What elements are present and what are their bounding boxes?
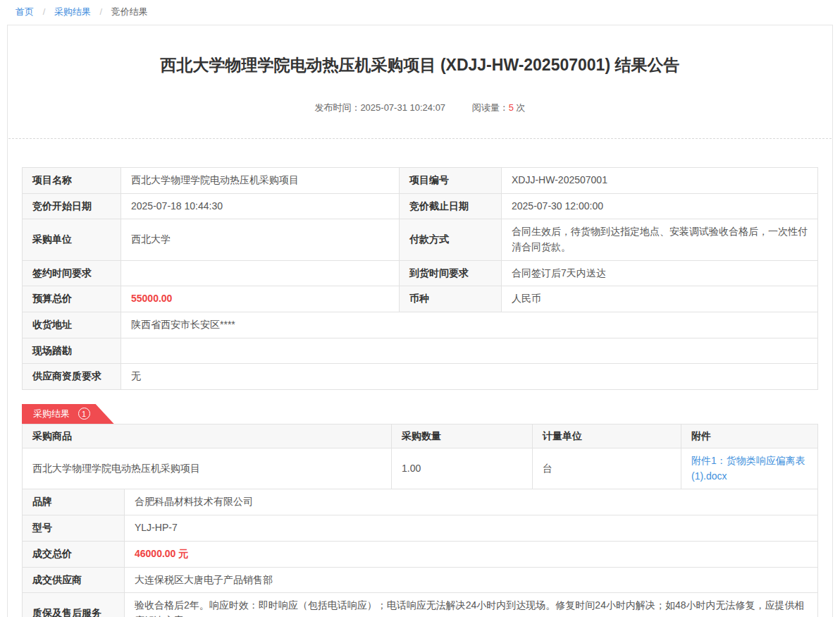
badge-count-circle: 1 (78, 408, 90, 420)
badge-label: 采购结果 (33, 408, 70, 419)
field-value-model: YLJ-HP-7 (125, 515, 818, 542)
table-row: 西北大学物理学院电动热压机采购项目 1.00 台 附件1：货物类响应偏离表(1)… (23, 448, 818, 489)
field-value-site-survey (121, 338, 818, 364)
field-label-bid-start: 竞价开始日期 (23, 193, 121, 219)
column-header-attachment: 附件 (681, 424, 818, 448)
views-count: 5 (509, 102, 514, 113)
table-row: 采购单位 西北大学 付款方式 合同生效后，待货物到达指定地点、安装调试验收合格后… (23, 219, 818, 260)
table-row: 品牌 合肥科晶材料技术有限公司 (23, 489, 818, 515)
table-row: 收货地址 陕西省西安市长安区**** (23, 312, 818, 338)
breadcrumb-separator: / (100, 6, 103, 17)
field-label-address: 收货地址 (23, 312, 121, 338)
table-row: 现场踏勘 (23, 338, 818, 364)
breadcrumb-current: 竞价结果 (111, 6, 148, 17)
badge-count: 1 (82, 410, 86, 418)
field-label-project-no: 项目编号 (400, 167, 502, 193)
breadcrumb-link-purchase-results[interactable]: 采购结果 (54, 6, 91, 17)
publish-time-label: 发布时间： (314, 102, 360, 113)
page: 首页 / 采购结果 / 竞价结果 西北大学物理学院电动热压机采购项目 (XDJJ… (0, 0, 840, 617)
field-label-site-survey: 现场踏勘 (23, 338, 121, 364)
table-row: 成交总价 46000.00 元 (23, 541, 818, 567)
views-label: 阅读量： (472, 102, 509, 113)
table-row: 成交供应商 大连保税区大唐电子产品销售部 (23, 567, 818, 593)
field-label-budget: 预算总价 (23, 286, 121, 312)
field-label-model: 型号 (23, 515, 125, 542)
breadcrumb: 首页 / 采购结果 / 竞价结果 (0, 0, 840, 25)
divider (8, 138, 832, 139)
project-info-table: 项目名称 西北大学物理学院电动热压机采购项目 项目编号 XDJJ-HW-2025… (22, 167, 818, 390)
field-value-sign-time (121, 260, 400, 286)
field-label-bid-end: 竞价截止日期 (400, 193, 502, 219)
field-value-delivery-time: 合同签订后7天内送达 (502, 260, 818, 286)
table-row: 型号 YLJ-HP-7 (23, 515, 818, 542)
cell-quantity: 1.00 (392, 448, 533, 489)
field-label-deal-supplier: 成交供应商 (23, 567, 125, 593)
field-value-purchaser: 西北大学 (121, 219, 400, 260)
field-label-sign-time: 签约时间要求 (23, 260, 121, 286)
field-label-delivery-time: 到货时间要求 (400, 260, 502, 286)
article-meta: 发布时间：2025-07-31 10:24:07 阅读量：5 次 (8, 102, 832, 114)
field-value-bid-end: 2025-07-30 12:00:00 (502, 193, 818, 219)
column-header-quantity: 采购数量 (392, 424, 533, 448)
breadcrumb-separator: / (43, 6, 46, 17)
views-unit: 次 (517, 102, 526, 113)
field-value-warranty: 验收合格后2年。响应时效：即时响应（包括电话响应）；电话响应无法解决24小时内到… (125, 593, 818, 617)
field-value-project-no: XDJJ-HW-202507001 (502, 167, 818, 193)
field-value-currency: 人民币 (502, 286, 818, 312)
attachment-link[interactable]: 附件1：货物类响应偏离表(1).docx (691, 455, 805, 482)
table-row: 签约时间要求 到货时间要求 合同签订后7天内送达 (23, 260, 818, 286)
table-row: 项目名称 西北大学物理学院电动热压机采购项目 项目编号 XDJJ-HW-2025… (23, 167, 818, 193)
table-row: 质保及售后服务 验收合格后2年。响应时效：即时响应（包括电话响应）；电话响应无法… (23, 593, 818, 617)
field-value-address: 陕西省西安市长安区**** (121, 312, 818, 338)
field-label-warranty: 质保及售后服务 (23, 593, 125, 617)
table-header-row: 采购商品 采购数量 计量单位 附件 (23, 424, 818, 448)
field-value-brand: 合肥科晶材料技术有限公司 (125, 489, 818, 515)
table-row: 供应商资质要求 无 (23, 364, 818, 390)
cell-product: 西北大学物理学院电动热压机采购项目 (23, 448, 392, 489)
field-label-supplier-qualification: 供应商资质要求 (23, 364, 121, 390)
field-value-project-name: 西北大学物理学院电动热压机采购项目 (121, 167, 400, 193)
field-value-budget: 55000.00 (121, 286, 400, 312)
table-row: 预算总价 55000.00 币种 人民币 (23, 286, 818, 312)
field-value-deal-price: 46000.00 元 (125, 541, 818, 567)
announcement-card: 西北大学物理学院电动热压机采购项目 (XDJJ-HW-202507001) 结果… (7, 25, 833, 617)
breadcrumb-link-home[interactable]: 首页 (16, 6, 34, 17)
field-label-currency: 币种 (400, 286, 502, 312)
page-title: 西北大学物理学院电动热压机采购项目 (XDJJ-HW-202507001) 结果… (50, 55, 790, 76)
column-header-unit: 计量单位 (533, 424, 681, 448)
field-label-purchaser: 采购单位 (23, 219, 121, 260)
field-value-payment: 合同生效后，待货物到达指定地点、安装调试验收合格后，一次性付清合同货款。 (502, 219, 818, 260)
field-label-payment: 付款方式 (400, 219, 502, 260)
field-label-brand: 品牌 (23, 489, 125, 515)
cell-attachment: 附件1：货物类响应偏离表(1).docx (681, 448, 818, 489)
purchase-result-badge: 采购结果 1 (22, 404, 114, 424)
deal-detail-table: 品牌 合肥科晶材料技术有限公司 型号 YLJ-HP-7 成交总价 46000.0… (22, 489, 818, 617)
column-header-product: 采购商品 (23, 424, 392, 448)
publish-time-value: 2025-07-31 10:24:07 (360, 102, 445, 113)
cell-unit: 台 (533, 448, 681, 489)
field-value-deal-supplier: 大连保税区大唐电子产品销售部 (125, 567, 818, 593)
field-value-bid-start: 2025-07-18 10:44:30 (121, 193, 400, 219)
field-label-deal-price: 成交总价 (23, 541, 125, 567)
field-label-project-name: 项目名称 (23, 167, 121, 193)
purchase-result-table: 采购商品 采购数量 计量单位 附件 西北大学物理学院电动热压机采购项目 1.00… (22, 424, 818, 489)
table-row: 竞价开始日期 2025-07-18 10:44:30 竞价截止日期 2025-0… (23, 193, 818, 219)
field-value-supplier-qualification: 无 (121, 364, 818, 390)
